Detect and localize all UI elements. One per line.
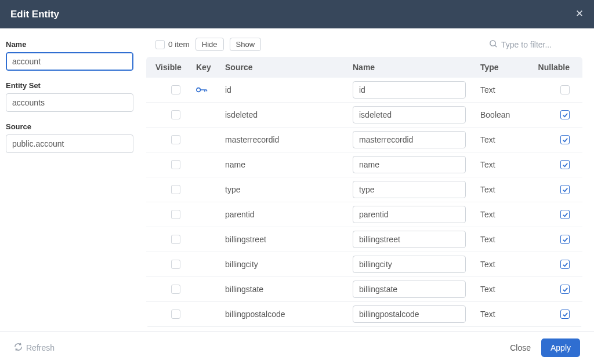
row-name-input[interactable] <box>353 305 466 323</box>
select-all-wrapper[interactable]: 0 item <box>155 40 190 49</box>
key-icon <box>196 86 225 94</box>
source-cell: type <box>225 185 353 194</box>
table-row: parentidText <box>146 202 582 227</box>
type-cell: Boolean <box>480 110 544 119</box>
col-name: Name <box>353 63 480 72</box>
entity-form: Name Entity Set Source <box>6 35 133 327</box>
type-cell: Text <box>480 135 544 144</box>
type-cell: Text <box>480 160 544 169</box>
row-name-input[interactable] <box>353 256 466 273</box>
item-count: 0 item <box>168 40 190 49</box>
nullable-checkbox[interactable] <box>560 185 570 194</box>
visible-checkbox[interactable] <box>171 160 180 169</box>
row-name-input[interactable] <box>353 231 466 248</box>
nullable-checkbox[interactable] <box>560 310 570 319</box>
row-name-input[interactable] <box>353 206 466 223</box>
table-row: billingstreetText <box>146 227 582 252</box>
source-cell: id <box>225 85 353 94</box>
table-body[interactable]: idTextisdeletedBooleanmasterrecordidText… <box>146 78 582 327</box>
type-cell: Text <box>480 235 544 244</box>
visible-checkbox[interactable] <box>171 260 180 269</box>
source-label: Source <box>6 122 133 131</box>
table-row: billingpostalcodeText <box>146 302 582 327</box>
row-name-input[interactable] <box>353 131 466 148</box>
type-cell: Text <box>480 210 544 219</box>
visible-checkbox[interactable] <box>171 85 180 94</box>
visible-checkbox[interactable] <box>171 185 180 194</box>
nullable-checkbox[interactable] <box>560 160 570 169</box>
close-button[interactable]: Close <box>510 343 531 352</box>
type-cell: Text <box>480 85 544 94</box>
nullable-checkbox[interactable] <box>560 110 570 119</box>
type-cell: Text <box>480 285 544 294</box>
show-button[interactable]: Show <box>230 38 262 51</box>
type-cell: Text <box>480 260 544 269</box>
modal-title: Edit Entity <box>10 9 59 20</box>
col-key: Key <box>196 63 225 72</box>
filter-search[interactable] <box>489 39 577 50</box>
svg-point-4 <box>197 88 201 92</box>
col-visible: Visible <box>155 63 196 72</box>
row-name-input[interactable] <box>353 281 466 298</box>
nullable-checkbox[interactable] <box>560 285 570 294</box>
nullable-checkbox[interactable] <box>560 135 570 144</box>
row-name-input[interactable] <box>353 156 466 173</box>
table-header-row: Visible Key Source Name Type Nullable <box>146 57 582 78</box>
visible-checkbox[interactable] <box>171 285 180 294</box>
fields-panel: 0 item Hide Show Visible Key Source <box>146 35 582 327</box>
svg-line-3 <box>495 45 497 47</box>
table-row: nameText <box>146 152 582 177</box>
table-row: billingstateText <box>146 277 582 302</box>
col-source: Source <box>225 63 353 72</box>
nullable-checkbox[interactable] <box>560 235 570 244</box>
row-name-input[interactable] <box>353 81 466 99</box>
table-row: masterrecordidText <box>146 128 582 152</box>
modal-footer: Refresh Close Apply <box>0 331 594 364</box>
row-name-input[interactable] <box>353 106 466 123</box>
source-cell: billingcity <box>225 260 353 269</box>
source-cell: billingstreet <box>225 235 353 244</box>
fields-toolbar: 0 item Hide Show <box>146 35 582 57</box>
hide-button[interactable]: Hide <box>195 38 224 51</box>
table-row: isdeletedBoolean <box>146 103 582 128</box>
col-type: Type <box>480 63 544 72</box>
table-row: billingcityText <box>146 252 582 277</box>
row-name-input[interactable] <box>353 181 466 198</box>
table-row: typeText <box>146 177 582 202</box>
name-label: Name <box>6 40 133 49</box>
source-cell: billingstate <box>225 285 353 294</box>
type-cell: Text <box>480 310 544 319</box>
visible-checkbox[interactable] <box>171 110 180 119</box>
visible-checkbox[interactable] <box>171 310 180 319</box>
nullable-checkbox[interactable] <box>560 210 570 219</box>
refresh-icon <box>14 343 23 353</box>
source-cell: billingpostalcode <box>225 310 353 319</box>
table-row: idText <box>146 78 582 103</box>
refresh-button[interactable]: Refresh <box>14 343 55 353</box>
visible-checkbox[interactable] <box>171 235 180 244</box>
fields-table: Visible Key Source Name Type Nullable id… <box>146 57 582 327</box>
name-input[interactable] <box>6 52 133 71</box>
entityset-input[interactable] <box>6 93 133 112</box>
search-icon <box>489 39 498 50</box>
apply-button[interactable]: Apply <box>541 338 580 357</box>
refresh-label: Refresh <box>26 343 55 352</box>
source-cell: name <box>225 160 353 169</box>
source-cell: parentid <box>225 210 353 219</box>
source-input[interactable] <box>6 134 133 153</box>
visible-checkbox[interactable] <box>171 210 180 219</box>
modal-body: Name Entity Set Source 0 item Hid <box>0 28 594 331</box>
nullable-checkbox[interactable] <box>560 85 570 94</box>
entityset-label: Entity Set <box>6 81 133 90</box>
nullable-checkbox[interactable] <box>560 260 570 269</box>
source-cell: masterrecordid <box>225 135 353 144</box>
col-nullable: Nullable <box>544 63 573 72</box>
type-cell: Text <box>480 185 544 194</box>
edit-entity-modal: Edit Entity Name Entity Set Source <box>0 0 594 364</box>
modal-header: Edit Entity <box>0 0 594 28</box>
select-all-checkbox[interactable] <box>155 40 165 49</box>
visible-checkbox[interactable] <box>171 135 180 144</box>
filter-input[interactable] <box>501 40 577 49</box>
svg-point-2 <box>490 40 495 45</box>
close-icon[interactable] <box>575 8 584 20</box>
